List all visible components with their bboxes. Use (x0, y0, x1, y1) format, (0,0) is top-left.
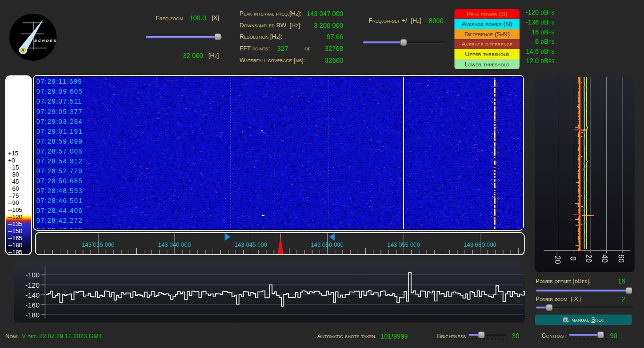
svg-text:ECHOES: ECHOES (34, 39, 57, 43)
